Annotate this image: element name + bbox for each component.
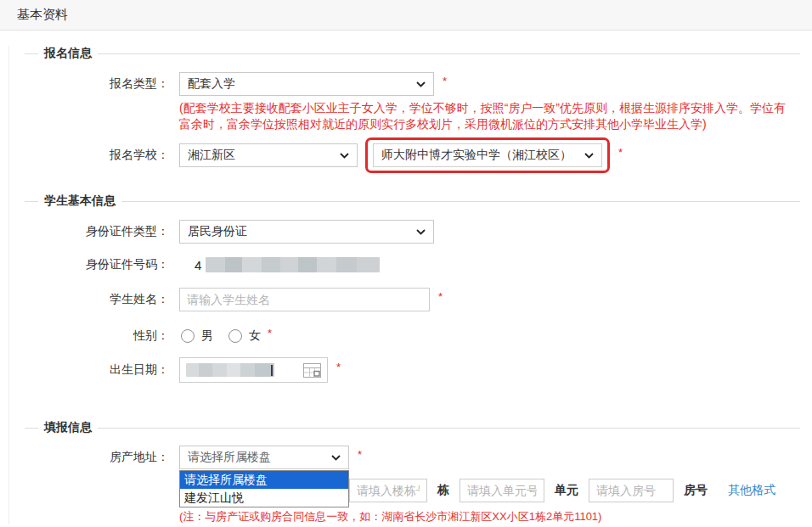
id-number-label: 身份证件号码： [9, 257, 179, 272]
school-district-value: 湘江新区 [188, 148, 235, 163]
page: 基本资料 报名信息 报名类型： 配套入学 * (配套学校主要接收配套小区业主子女… [0, 0, 812, 527]
page-title-bar: 基本资料 [0, 0, 812, 31]
gender-male-radio[interactable] [181, 329, 195, 343]
chevron-down-icon [340, 153, 349, 159]
section-student-title: 学生基本信息 [44, 193, 116, 209]
legend-line [25, 53, 38, 54]
legend-line [121, 201, 800, 202]
other-format-link[interactable]: 其他格式 [728, 483, 775, 498]
legend-line [98, 428, 800, 429]
required-asterisk: * [618, 146, 623, 159]
id-number-masked-value [206, 257, 380, 272]
required-asterisk: * [438, 290, 443, 303]
estate-select[interactable]: 请选择所属楼盘 [179, 446, 349, 469]
registration-type-select[interactable]: 配套入学 [179, 72, 434, 96]
legend-line [25, 428, 38, 429]
section-filling-header: 填报信息 [9, 420, 812, 435]
registration-type-value: 配套入学 [188, 76, 235, 92]
school-district-select[interactable]: 湘江新区 [179, 143, 358, 167]
note-line-1: (配套学校主要接收配套小区业主子女入学，学位不够时，按照“房户一致”优先原则，根… [179, 100, 812, 116]
student-name-input[interactable] [179, 288, 430, 311]
legend-line [98, 53, 800, 54]
estate-address-row: 房产地址： 请选择所属楼盘 * 请选择所属楼盘 建发江山悦 [9, 446, 812, 469]
unit-suffix-label: 单元 [555, 483, 578, 498]
birth-date-input[interactable] [179, 357, 328, 383]
gender-male-label: 男 [201, 328, 213, 344]
estate-dropdown-list: 请选择所属楼盘 建发江山悦 [179, 470, 349, 507]
registration-type-label: 报名类型： [9, 76, 179, 92]
calendar-icon[interactable] [303, 363, 321, 378]
registration-school-row: 报名学校： 湘江新区 师大附中博才实验中学（湘江校区） * [9, 137, 812, 173]
section-registration-title: 报名信息 [44, 46, 92, 61]
birth-date-row: 出生日期： * [9, 357, 812, 383]
birth-date-masked-value [186, 363, 274, 377]
birth-date-label: 出生日期： [9, 362, 179, 378]
room-suffix-label: 房号 [684, 483, 708, 498]
page-title: 基本资料 [17, 7, 68, 23]
id-type-row: 身份证件类型： 居民身份证 [9, 220, 812, 244]
chevron-down-icon [584, 153, 594, 159]
required-asterisk: * [443, 75, 447, 87]
chevron-down-icon [416, 81, 426, 87]
id-type-value: 居民身份证 [188, 224, 247, 239]
building-number-input[interactable] [349, 479, 427, 502]
gender-row: 性别： 男 女 * [9, 328, 812, 344]
registration-type-row: 报名类型： 配套入学 * [9, 72, 812, 96]
registration-type-note: (配套学校主要接收配套小区业主子女入学，学位不够时，按照“房户一致”优先原则，根… [179, 100, 812, 132]
estate-select-value: 请选择所属楼盘 [188, 450, 271, 465]
gender-female-label: 女 [249, 328, 261, 344]
estate-address-label: 房产地址： [9, 450, 179, 465]
room-number-input[interactable] [589, 479, 674, 502]
form-panel: 报名信息 报名类型： 配套入学 * (配套学校主要接收配套小区业主子女入学，学位… [8, 46, 812, 524]
id-number-row: 身份证件号码： 4 [9, 257, 812, 272]
school-name-select[interactable]: 师大附中博才实验中学（湘江校区） [373, 143, 602, 167]
estate-option-jianfa[interactable]: 建发江山悦 [180, 489, 348, 507]
building-suffix-label: 栋 [437, 483, 449, 498]
birth-date-mask-fragment [271, 365, 273, 376]
school-name-value: 师大附中博才实验中学（湘江校区） [381, 148, 572, 163]
legend-line [25, 201, 38, 202]
school-highlight-box: 师大附中博才实验中学（湘江校区） [365, 137, 610, 173]
required-asterisk: * [358, 448, 362, 461]
section-registration-header: 报名信息 [9, 46, 812, 61]
chevron-down-icon [331, 455, 341, 461]
address-detail-row: 栋 单元 房号 其他格式 [349, 479, 812, 502]
required-asterisk: * [268, 327, 272, 339]
section-filling-title: 填报信息 [44, 420, 92, 435]
student-name-label: 学生姓名： [9, 292, 179, 307]
id-type-select[interactable]: 居民身份证 [179, 220, 434, 244]
id-number-visible-digit: 4 [195, 258, 201, 272]
section-student-header: 学生基本信息 [9, 193, 812, 209]
chevron-down-icon [416, 229, 426, 235]
student-name-row: 学生姓名： * [9, 288, 812, 311]
unit-number-input[interactable] [460, 479, 544, 502]
required-asterisk: * [336, 361, 341, 373]
address-format-note: (注：与房产证或购房合同信息一致，如：湖南省长沙市湘江新区XX小区1栋2单元11… [179, 509, 812, 524]
note-line-2: 富余时，富余学位按照相对就近的原则实行多校划片，采用微机派位的方式安排其他小学毕… [179, 116, 812, 132]
estate-option-placeholder[interactable]: 请选择所属楼盘 [180, 471, 348, 489]
gender-female-radio[interactable] [228, 329, 242, 343]
registration-school-label: 报名学校： [9, 148, 179, 163]
id-type-label: 身份证件类型： [9, 224, 179, 239]
gender-label: 性别： [9, 328, 179, 344]
